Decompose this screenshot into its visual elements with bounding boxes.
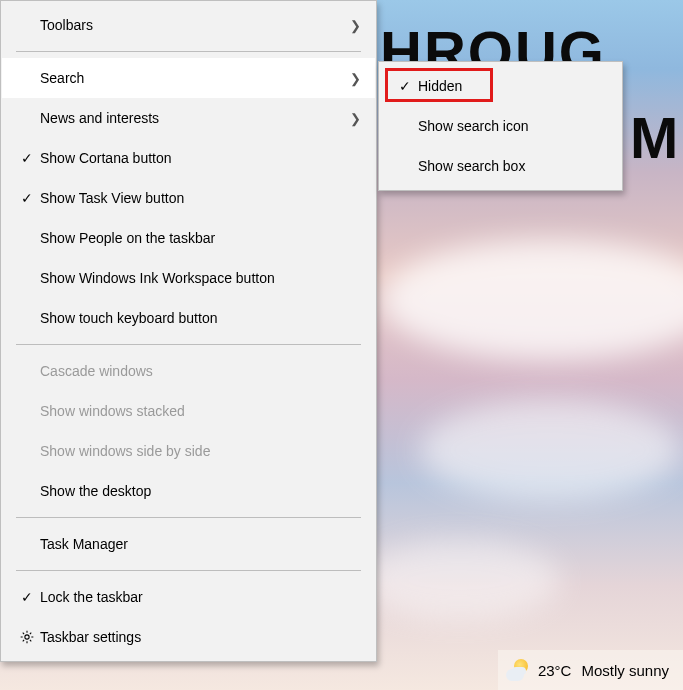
gear-icon	[14, 629, 40, 645]
weather-condition: Mostly sunny	[581, 662, 669, 679]
wallpaper-cloud	[360, 540, 560, 620]
menu-item-show-windows-stacked: Show windows stacked	[2, 391, 375, 431]
menu-label: Show Task View button	[40, 190, 361, 206]
menu-item-lock-the-taskbar[interactable]: ✓ Lock the taskbar	[2, 577, 375, 617]
menu-label: Show windows side by side	[40, 443, 361, 459]
submenu-item-hidden[interactable]: ✓ Hidden	[380, 66, 621, 106]
check-icon: ✓	[14, 150, 40, 166]
submenu-item-show-search-box[interactable]: Show search box	[380, 146, 621, 186]
menu-separator	[16, 51, 361, 52]
taskbar-weather[interactable]: 23°C Mostly sunny	[498, 650, 683, 690]
menu-separator	[16, 344, 361, 345]
menu-label: Toolbars	[40, 17, 346, 33]
menu-label: Show search icon	[418, 118, 607, 134]
wallpaper-cloud	[380, 240, 683, 360]
menu-label: Show Cortana button	[40, 150, 361, 166]
wallpaper-text-fragment: M	[630, 104, 680, 171]
chevron-right-icon: ❯	[350, 71, 361, 86]
menu-separator	[16, 570, 361, 571]
menu-item-show-the-desktop[interactable]: Show the desktop	[2, 471, 375, 511]
menu-item-cascade-windows: Cascade windows	[2, 351, 375, 391]
menu-label: Show search box	[418, 158, 607, 174]
menu-label: Cascade windows	[40, 363, 361, 379]
submenu-item-show-search-icon[interactable]: Show search icon	[380, 106, 621, 146]
menu-item-show-ink-workspace[interactable]: Show Windows Ink Workspace button	[2, 258, 375, 298]
menu-item-show-touch-keyboard[interactable]: Show touch keyboard button	[2, 298, 375, 338]
menu-item-taskbar-settings[interactable]: Taskbar settings	[2, 617, 375, 657]
menu-label: Task Manager	[40, 536, 361, 552]
menu-label: Show People on the taskbar	[40, 230, 361, 246]
menu-item-show-task-view-button[interactable]: ✓ Show Task View button	[2, 178, 375, 218]
wallpaper-cloud	[420, 400, 680, 500]
menu-item-show-cortana-button[interactable]: ✓ Show Cortana button	[2, 138, 375, 178]
check-icon: ✓	[392, 78, 418, 94]
menu-label: Lock the taskbar	[40, 589, 361, 605]
menu-label: Taskbar settings	[40, 629, 361, 645]
menu-item-toolbars[interactable]: Toolbars ❯	[2, 5, 375, 45]
menu-label: Search	[40, 70, 346, 86]
menu-item-task-manager[interactable]: Task Manager	[2, 524, 375, 564]
menu-item-show-windows-side-by-side: Show windows side by side	[2, 431, 375, 471]
menu-item-search[interactable]: Search ❯	[2, 58, 375, 98]
check-icon: ✓	[14, 589, 40, 605]
weather-icon	[506, 659, 528, 681]
search-submenu: ✓ Hidden Show search icon Show search bo…	[378, 61, 623, 191]
menu-label: Hidden	[418, 78, 607, 94]
check-icon: ✓	[14, 190, 40, 206]
chevron-right-icon: ❯	[350, 111, 361, 126]
menu-label: News and interests	[40, 110, 346, 126]
menu-label: Show the desktop	[40, 483, 361, 499]
menu-label: Show windows stacked	[40, 403, 361, 419]
chevron-right-icon: ❯	[350, 18, 361, 33]
menu-item-show-people[interactable]: Show People on the taskbar	[2, 218, 375, 258]
menu-item-news-and-interests[interactable]: News and interests ❯	[2, 98, 375, 138]
menu-label: Show Windows Ink Workspace button	[40, 270, 361, 286]
taskbar-context-menu: Toolbars ❯ Search ❯ News and interests ❯…	[0, 0, 377, 662]
menu-label: Show touch keyboard button	[40, 310, 361, 326]
menu-separator	[16, 517, 361, 518]
weather-temperature: 23°C	[538, 662, 572, 679]
svg-point-0	[25, 635, 29, 639]
